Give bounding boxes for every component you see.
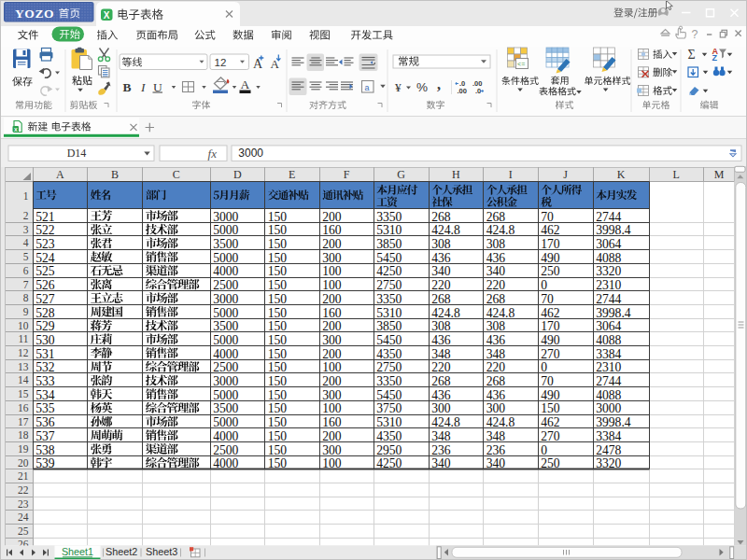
svg-text:268: 268 bbox=[431, 374, 451, 388]
svg-text:5310: 5310 bbox=[376, 306, 402, 320]
svg-text:3350: 3350 bbox=[376, 292, 402, 306]
svg-text:250: 250 bbox=[541, 264, 560, 278]
svg-text:200: 200 bbox=[322, 347, 342, 361]
svg-text:Sheet1: Sheet1 bbox=[62, 546, 93, 557]
svg-text:436: 436 bbox=[431, 388, 451, 402]
svg-text:100: 100 bbox=[322, 401, 342, 415]
svg-text:528: 528 bbox=[35, 306, 55, 320]
svg-text:200: 200 bbox=[322, 237, 342, 251]
svg-text:7: 7 bbox=[23, 279, 29, 290]
svg-text:2744: 2744 bbox=[596, 374, 621, 388]
svg-text:300: 300 bbox=[322, 388, 342, 402]
svg-text:4088: 4088 bbox=[596, 388, 621, 402]
svg-text:0: 0 bbox=[541, 443, 547, 457]
svg-text:23: 23 bbox=[18, 498, 29, 510]
svg-text:170: 170 bbox=[541, 237, 560, 251]
svg-text:535: 535 bbox=[35, 401, 55, 415]
svg-text:268: 268 bbox=[486, 374, 506, 388]
svg-text:100: 100 bbox=[322, 264, 342, 278]
svg-text:A: A bbox=[56, 168, 64, 181]
svg-text:150: 150 bbox=[268, 401, 288, 415]
svg-text:2500: 2500 bbox=[213, 278, 238, 292]
svg-text:5000: 5000 bbox=[213, 388, 238, 402]
svg-text:4000: 4000 bbox=[213, 347, 238, 361]
svg-text:18: 18 bbox=[18, 429, 29, 441]
svg-text:220: 220 bbox=[486, 278, 506, 292]
svg-text:19: 19 bbox=[18, 443, 29, 455]
svg-text:21: 21 bbox=[18, 470, 29, 482]
svg-text:L: L bbox=[673, 168, 680, 181]
svg-text:I: I bbox=[509, 168, 513, 181]
svg-text:340: 340 bbox=[431, 456, 451, 470]
svg-text:536: 536 bbox=[35, 415, 55, 429]
svg-text:1: 1 bbox=[23, 190, 29, 202]
svg-text:200: 200 bbox=[322, 210, 342, 224]
svg-text:436: 436 bbox=[486, 388, 506, 402]
svg-text:3320: 3320 bbox=[596, 264, 621, 278]
svg-text:424.8: 424.8 bbox=[431, 223, 460, 237]
svg-text:300: 300 bbox=[322, 333, 342, 347]
svg-text:5450: 5450 bbox=[376, 333, 402, 347]
svg-text:2500: 2500 bbox=[213, 443, 238, 457]
svg-text:300: 300 bbox=[322, 251, 342, 265]
svg-text:4088: 4088 bbox=[596, 251, 621, 265]
svg-text:490: 490 bbox=[541, 388, 560, 402]
svg-text:236: 236 bbox=[486, 443, 506, 457]
svg-text:YOZO: YOZO bbox=[15, 7, 54, 21]
svg-text:J: J bbox=[563, 168, 568, 181]
svg-text:4250: 4250 bbox=[376, 456, 402, 470]
svg-text:a: a bbox=[365, 83, 370, 92]
svg-text:5000: 5000 bbox=[213, 223, 238, 237]
svg-text:270: 270 bbox=[541, 347, 560, 361]
svg-text:268: 268 bbox=[486, 292, 506, 306]
svg-text:5000: 5000 bbox=[213, 415, 238, 429]
svg-text:B: B bbox=[111, 168, 119, 181]
svg-text:12: 12 bbox=[18, 347, 29, 358]
svg-text:5: 5 bbox=[23, 251, 29, 262]
svg-text:2310: 2310 bbox=[596, 360, 621, 374]
svg-text:3000: 3000 bbox=[213, 374, 238, 388]
svg-text:9: 9 bbox=[23, 306, 29, 317]
svg-text:308: 308 bbox=[431, 237, 451, 251]
svg-text:3064: 3064 bbox=[596, 319, 621, 333]
svg-text:Sheet2: Sheet2 bbox=[106, 546, 137, 557]
svg-text:?: ? bbox=[692, 28, 698, 41]
svg-text:250: 250 bbox=[541, 456, 560, 470]
svg-text:424.8: 424.8 bbox=[431, 306, 460, 320]
svg-text:150: 150 bbox=[268, 360, 288, 374]
svg-text:200: 200 bbox=[322, 374, 342, 388]
svg-text:348: 348 bbox=[486, 429, 506, 443]
svg-text:150: 150 bbox=[268, 237, 288, 251]
svg-text:340: 340 bbox=[486, 456, 506, 470]
svg-text:D14: D14 bbox=[67, 147, 87, 160]
svg-text:Z: Z bbox=[712, 53, 718, 63]
svg-text:3850: 3850 bbox=[376, 237, 402, 251]
svg-text:100: 100 bbox=[322, 278, 342, 292]
svg-text:0: 0 bbox=[541, 278, 547, 292]
svg-text:150: 150 bbox=[268, 210, 288, 224]
svg-text:2500: 2500 bbox=[213, 360, 238, 374]
svg-text:100: 100 bbox=[322, 456, 342, 470]
svg-text:2310: 2310 bbox=[596, 278, 621, 292]
svg-text:¥: ¥ bbox=[395, 80, 402, 94]
svg-text:522: 522 bbox=[35, 223, 55, 237]
svg-text:4000: 4000 bbox=[213, 264, 238, 278]
svg-text:3998.4: 3998.4 bbox=[596, 415, 631, 429]
svg-text:436: 436 bbox=[486, 251, 506, 265]
svg-text:3: 3 bbox=[23, 224, 29, 235]
svg-text:3384: 3384 bbox=[596, 347, 621, 361]
svg-text:523: 523 bbox=[35, 237, 55, 251]
svg-text:K: K bbox=[617, 168, 626, 181]
svg-text:150: 150 bbox=[268, 374, 288, 388]
svg-text:436: 436 bbox=[431, 333, 451, 347]
svg-text:100: 100 bbox=[322, 360, 342, 374]
svg-text:2478: 2478 bbox=[596, 443, 621, 457]
svg-text:3000: 3000 bbox=[213, 292, 238, 306]
svg-text:220: 220 bbox=[431, 278, 451, 292]
svg-text:236: 236 bbox=[431, 443, 451, 457]
svg-text:2750: 2750 bbox=[376, 360, 402, 374]
svg-text:<=: <= bbox=[517, 61, 525, 68]
svg-text:3500: 3500 bbox=[213, 237, 238, 251]
svg-text:Sheet3: Sheet3 bbox=[146, 546, 177, 557]
svg-text:348: 348 bbox=[486, 347, 506, 361]
